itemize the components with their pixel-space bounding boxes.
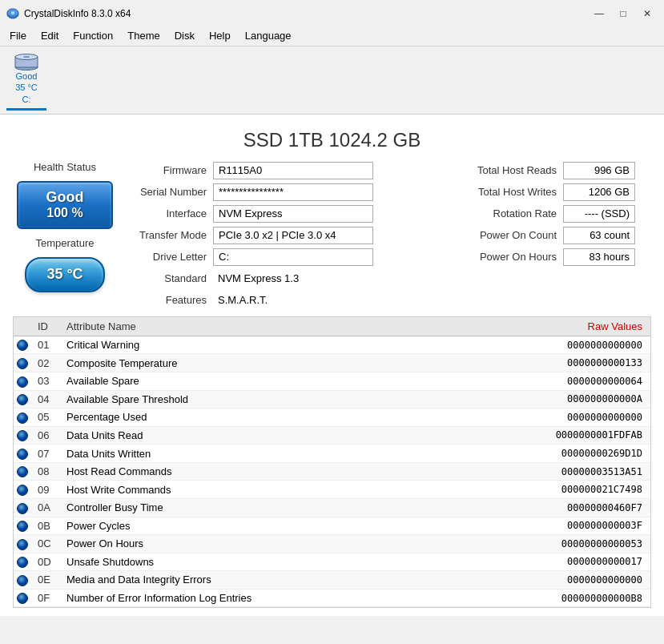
smart-row-icon xyxy=(14,426,31,445)
smart-row-id: 0F xyxy=(31,589,60,607)
smart-table-row[interactable]: 03Available Spare0000000000064 xyxy=(14,372,650,391)
smart-row-raw: 0000000000000 xyxy=(451,409,650,427)
health-status-value: Good xyxy=(46,189,84,206)
smart-row-raw: 000000021C7498 xyxy=(451,481,650,499)
smart-table-row[interactable]: 0DUnsafe Shutdowns0000000000017 xyxy=(14,553,650,571)
smart-row-raw: 00000000000053 xyxy=(451,535,650,553)
col-id: ID xyxy=(31,317,60,336)
smart-row-id: 01 xyxy=(31,336,60,354)
minimize-button[interactable]: — xyxy=(589,6,610,22)
title-bar: CrystalDiskInfo 8.3.0 x64 — □ ✕ xyxy=(0,0,664,26)
smart-table: ID Attribute Name Raw Values 01Critical … xyxy=(14,317,650,607)
smart-row-id: 04 xyxy=(31,390,60,409)
smart-table-row[interactable]: 09Host Write Commands000000021C7498 xyxy=(14,481,650,499)
smart-table-row[interactable]: 0EMedia and Data Integrity Errors0000000… xyxy=(14,571,650,590)
drive-letter-row: Drive Letter C: xyxy=(125,248,459,267)
menu-file[interactable]: File xyxy=(3,27,33,44)
smart-row-id: 05 xyxy=(31,409,60,427)
disk-title: SSD 1TB 1024.2 GB xyxy=(13,123,651,161)
smart-row-name: Unsafe Shutdowns xyxy=(60,553,451,571)
smart-table-row[interactable]: 0FNumber of Error Information Log Entrie… xyxy=(14,589,650,607)
smart-row-raw: 00000000269D1D xyxy=(451,445,650,463)
drive-selector: Good 35 °C C: xyxy=(0,46,664,115)
smart-row-id: 08 xyxy=(31,462,60,481)
menu-help[interactable]: Help xyxy=(203,27,237,44)
smart-row-icon xyxy=(14,354,31,372)
interface-label: Interface xyxy=(125,207,213,219)
power-on-hours-value: 83 hours xyxy=(563,248,635,266)
smart-table-row[interactable]: 06Data Units Read0000000001FDFAB xyxy=(14,426,650,445)
temperature-value: 35 °C xyxy=(46,266,82,283)
smart-row-raw: 0000000001FDFAB xyxy=(451,426,650,445)
smart-row-icon xyxy=(14,571,31,590)
smart-row-name: Percentage Used xyxy=(60,409,451,427)
smart-row-icon xyxy=(14,553,31,571)
smart-row-id: 06 xyxy=(31,426,60,445)
smart-row-raw: 00000003513A51 xyxy=(451,462,650,481)
smart-table-row[interactable]: 04Available Spare Threshold000000000000A xyxy=(14,390,650,409)
main-content: SSD 1TB 1024.2 GB Health Status Good 100… xyxy=(0,115,664,616)
smart-table-row[interactable]: 0BPower Cycles000000000003F xyxy=(14,517,650,535)
smart-row-icon xyxy=(14,336,31,354)
power-on-hours-row: Power On Hours 83 hours xyxy=(459,248,651,267)
serial-value: **************** xyxy=(213,183,373,201)
smart-row-raw: 00000000460F7 xyxy=(451,498,650,517)
serial-label: Serial Number xyxy=(125,186,213,198)
close-button[interactable]: ✕ xyxy=(637,6,658,22)
title-bar-text: CrystalDiskInfo 8.3.0 x64 xyxy=(24,8,131,19)
smart-table-row[interactable]: 05Percentage Used0000000000000 xyxy=(14,409,650,427)
standard-row: Standard NVM Express 1.3 xyxy=(125,269,459,288)
smart-row-id: 03 xyxy=(31,372,60,391)
transfer-mode-row: Transfer Mode PCIe 3.0 x2 | PCIe 3.0 x4 xyxy=(125,226,459,245)
smart-row-raw: 0000000000000 xyxy=(451,571,650,590)
features-value: S.M.A.R.T. xyxy=(213,292,373,309)
menu-function[interactable]: Function xyxy=(66,27,119,44)
smart-table-row[interactable]: 07Data Units Written00000000269D1D xyxy=(14,445,650,463)
smart-row-name: Media and Data Integrity Errors xyxy=(60,571,451,590)
smart-row-id: 09 xyxy=(31,481,60,499)
svg-point-6 xyxy=(23,56,30,58)
total-host-writes-row: Total Host Writes 1206 GB xyxy=(459,183,651,202)
smart-row-id: 0D xyxy=(31,553,60,571)
health-percent-value: 100 % xyxy=(46,206,82,220)
smart-row-name: Controller Busy Time xyxy=(60,498,451,517)
total-host-writes-value: 1206 GB xyxy=(563,183,635,201)
smart-row-name: Number of Error Information Log Entries xyxy=(60,589,451,607)
firmware-label: Firmware xyxy=(125,164,213,176)
maximize-button[interactable]: □ xyxy=(613,6,634,22)
menu-edit[interactable]: Edit xyxy=(34,27,65,44)
smart-table-row[interactable]: 0CPower On Hours00000000000053 xyxy=(14,535,650,553)
drive-letter-label: Drive Letter xyxy=(125,251,213,263)
smart-row-name: Data Units Read xyxy=(60,426,451,445)
smart-table-row[interactable]: 08Host Read Commands00000003513A51 xyxy=(14,462,650,481)
total-host-reads-value: 996 GB xyxy=(563,162,635,179)
interface-value: NVM Express xyxy=(213,205,373,223)
smart-table-row[interactable]: 0AController Busy Time00000000460F7 xyxy=(14,498,650,517)
smart-row-raw: 000000000003F xyxy=(451,517,650,535)
smart-row-id: 02 xyxy=(31,354,60,372)
smart-row-name: Power Cycles xyxy=(60,517,451,535)
smart-row-icon xyxy=(14,481,31,499)
menu-bar: File Edit Function Theme Disk Help Langu… xyxy=(0,26,664,46)
menu-language[interactable]: Language xyxy=(239,27,298,44)
menu-disk[interactable]: Disk xyxy=(168,27,201,44)
rotation-rate-label: Rotation Rate xyxy=(459,207,563,219)
health-box: Good 100 % xyxy=(17,181,113,229)
smart-table-container: ID Attribute Name Raw Values 01Critical … xyxy=(13,316,651,608)
smart-row-icon xyxy=(14,535,31,553)
menu-theme[interactable]: Theme xyxy=(121,27,166,44)
smart-table-row[interactable]: 01Critical Warning0000000000000 xyxy=(14,336,650,354)
smart-row-icon xyxy=(14,517,31,535)
power-on-count-row: Power On Count 63 count xyxy=(459,226,651,245)
smart-row-icon xyxy=(14,462,31,481)
smart-row-icon xyxy=(14,390,31,409)
smart-row-name: Available Spare xyxy=(60,372,451,391)
drive-c-item[interactable]: Good 35 °C C: xyxy=(6,50,46,111)
smart-table-row[interactable]: 02Composite Temperature0000000000133 xyxy=(14,354,650,372)
smart-row-raw: 000000000000A xyxy=(451,390,650,409)
smart-row-icon xyxy=(14,498,31,517)
smart-row-name: Power On Hours xyxy=(60,535,451,553)
rotation-rate-row: Rotation Rate ---- (SSD) xyxy=(459,204,651,223)
interface-row: Interface NVM Express xyxy=(125,204,459,223)
serial-row: Serial Number **************** xyxy=(125,183,459,202)
